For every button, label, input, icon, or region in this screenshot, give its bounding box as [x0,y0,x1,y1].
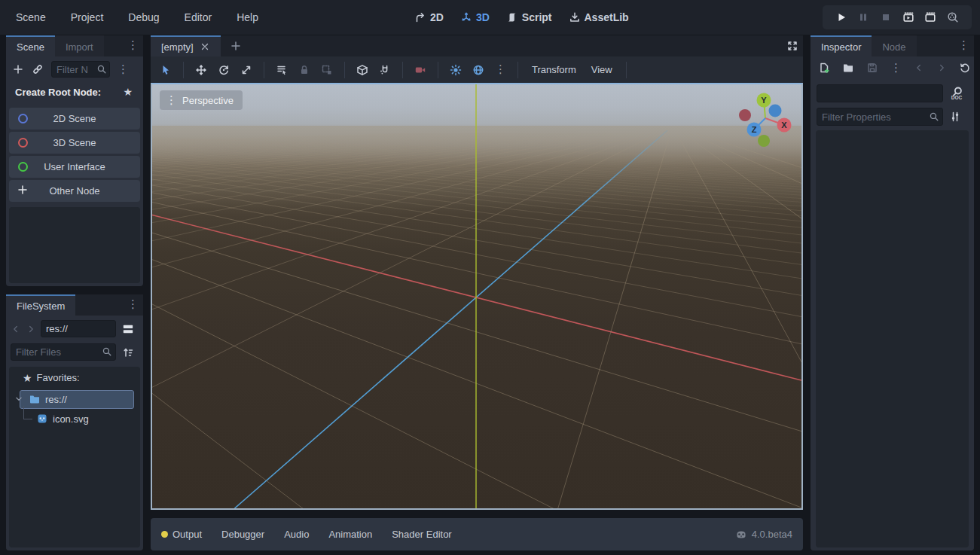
perspective-button[interactable]: ⋮ Perspective [160,90,243,110]
grid-line [152,133,530,508]
3d-viewport[interactable]: Y X Z ⋮ Perspective [152,84,801,508]
horizon-fog [152,126,801,216]
tab-empty-scene[interactable]: [empty] [151,35,221,56]
ruler-box-icon[interactable] [356,64,368,76]
rotate-tool-icon[interactable] [218,64,230,76]
menu-project[interactable]: Project [66,8,108,26]
create-3d-scene-button[interactable]: 3D Scene [9,132,140,154]
gizmo-neg-z[interactable] [769,105,782,117]
output-button[interactable]: Output [161,529,202,540]
play-button[interactable] [835,11,847,23]
gizmo-pos-x[interactable] [777,118,792,133]
pause-button[interactable] [857,11,869,23]
grid-line [152,133,543,508]
shader-editor-button[interactable]: Shader Editor [392,529,452,540]
play-scene-button[interactable] [902,11,914,23]
sun-lighting-icon[interactable] [450,64,462,76]
mode-2d-button[interactable]: 2D [414,11,444,23]
toolbar-separator [438,62,438,78]
tab-node[interactable]: Node [872,35,916,56]
search-docs-icon[interactable]: DOC [949,86,964,101]
gizmo-pos-z[interactable] [747,123,762,137]
lock-selected-icon[interactable] [298,64,310,76]
create-other-node-button[interactable]: Other Node [9,180,140,202]
inspector-dock-menu-icon[interactable]: ⋮ [958,40,969,51]
snap-magnet-icon[interactable] [379,64,391,76]
gizmo-neg-x[interactable] [739,109,751,121]
mode-script-button[interactable]: Script [506,11,552,23]
new-scene-tab-icon[interactable] [230,40,242,52]
add-node-icon[interactable] [12,63,24,75]
new-resource-icon[interactable] [818,62,830,74]
mode-3d-button[interactable]: 3D [460,11,490,23]
grid-line [152,138,801,160]
history-forward-icon[interactable] [936,63,947,73]
menu-help[interactable]: Help [232,8,263,26]
grid-line [152,133,467,508]
root-option-label: User Interface [44,161,105,172]
tab-import[interactable]: Import [55,35,104,56]
tab-scene[interactable]: Scene [6,35,55,56]
menu-debug[interactable]: Debug [124,8,163,26]
select-tool-icon[interactable] [160,64,172,76]
create-user-interface-button[interactable]: User Interface [9,156,140,178]
edit-history-icon[interactable] [959,62,971,74]
inspector-toolbar: ⋮ [818,62,967,74]
favorites-star-icon[interactable]: ★ [123,87,133,97]
filter-files-input[interactable] [11,343,116,361]
property-tools-icon[interactable] [949,111,961,123]
history-forward-icon[interactable] [26,324,36,334]
scene-tab-label: [empty] [161,41,194,53]
version-info: 4.0.beta4 [735,529,792,541]
menu-scene[interactable]: Scene [11,8,50,26]
gizmo-neg-y[interactable] [758,135,770,147]
view-menu[interactable]: View [584,64,620,75]
grid-line [152,139,801,163]
environment-options-icon[interactable]: ⋮ [495,64,506,75]
create-2d-scene-button[interactable]: 2D Scene [9,108,140,130]
resource-path-input[interactable] [41,320,116,337]
list-select-tool-icon[interactable] [276,64,288,76]
tab-inspector[interactable]: Inspector [811,35,872,56]
filter-properties-input[interactable] [817,108,943,126]
animation-button[interactable]: Animation [328,529,372,540]
scene-dock-menu-icon[interactable]: ⋮ [127,40,139,51]
gizmo-pos-y[interactable] [757,93,771,108]
transform-menu[interactable]: Transform [524,64,584,75]
inspector-object-input[interactable] [817,84,943,102]
view-axis-gizmo[interactable]: Y X Z [739,93,792,148]
close-icon[interactable] [200,41,210,52]
split-view-toggle-icon[interactable] [121,322,136,336]
load-resource-folder-icon[interactable] [842,62,854,74]
scene-toolbar-menu-icon[interactable]: ⋮ [118,64,129,75]
audio-button[interactable]: Audio [284,529,309,540]
chevron-down-icon[interactable] [14,394,24,404]
scale-tool-icon[interactable] [240,64,252,76]
debugger-button[interactable]: Debugger [221,529,264,540]
mode-assetlib-button[interactable]: AssetLib [569,11,629,23]
grid-line [152,133,607,508]
grid-line [152,133,556,508]
sort-files-icon[interactable] [122,346,134,358]
history-back-icon[interactable] [914,63,924,73]
movie-maker-button[interactable] [947,11,959,23]
environment-globe-icon[interactable] [472,64,484,76]
stop-button[interactable] [880,11,892,23]
resource-extra-menu-icon[interactable]: ⋮ [890,63,902,74]
res-root-tree-item[interactable]: res:// [14,393,67,405]
favorites-tree-item[interactable]: ★ Favorites: [23,372,80,383]
filesystem-dock-menu-icon[interactable]: ⋮ [127,299,139,310]
expand-viewport-icon[interactable] [786,40,798,52]
group-selected-icon[interactable] [321,64,333,76]
icon-svg-tree-item[interactable]: icon.svg [36,413,89,425]
grid-line [152,133,499,508]
save-resource-icon[interactable] [866,62,878,74]
history-back-icon[interactable] [11,324,21,334]
menu-editor[interactable]: Editor [180,8,217,26]
tab-filesystem[interactable]: FileSystem [6,294,75,316]
move-tool-icon[interactable] [195,64,207,76]
scene-tree-empty-area[interactable] [9,207,140,283]
camera-preview-icon[interactable] [414,64,426,76]
play-custom-scene-button[interactable] [924,11,936,23]
instance-scene-link-icon[interactable] [32,63,44,75]
